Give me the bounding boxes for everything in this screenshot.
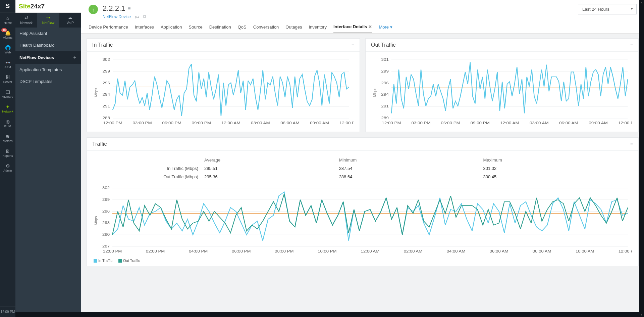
sidebar-tab-netflow[interactable]: ⇢NetFlow [37, 13, 59, 28]
content[interactable]: In Traffic ≡ Mbps 28829129429629930212:0… [81, 34, 644, 317]
svg-text:291: 291 [381, 104, 389, 108]
svg-text:12:00 PM: 12:00 PM [619, 250, 632, 253]
page-tabs: Device PerformanceInterfacesApplicationS… [89, 24, 637, 33]
sidebar-item-hdash[interactable]: Health Dashboard [15, 39, 81, 51]
server-icon: 🗄 [5, 75, 10, 80]
svg-text:09:00 AM: 09:00 AM [310, 121, 329, 125]
tab-ifaces[interactable]: Interfaces [135, 25, 154, 33]
svg-text:287: 287 [102, 244, 110, 248]
copy-icon[interactable]: ⧉ [143, 14, 146, 19]
svg-text:06:00 PM: 06:00 PM [162, 121, 181, 125]
legend-out: Out Traffic [123, 259, 140, 263]
tab-qos[interactable]: QoS [238, 25, 247, 33]
tag-icon[interactable]: 🏷 [135, 14, 139, 19]
rail-item-vmware[interactable]: ❏VMware [0, 87, 15, 101]
table-row: Out Traffic (Mbps)295.36288.64300.45 [94, 173, 632, 181]
rail-label: Web [5, 51, 11, 54]
add-icon[interactable]: ＋ [72, 54, 77, 60]
rail-label: RUM [4, 125, 11, 128]
rail-item-rum[interactable]: ◎RUM [0, 116, 15, 131]
chart-out-traffic: 28929129429629930112:00 PM03:00 PM06:00 … [372, 56, 632, 127]
svg-text:12:00 AM: 12:00 AM [221, 121, 240, 125]
sidebar-tab-network[interactable]: ⇄Network [15, 13, 37, 28]
brand-part2: 24x7 [31, 3, 45, 10]
scroll-up-arrow[interactable]: ▲ [640, 0, 643, 5]
svg-text:03:00 AM: 03:00 AM [530, 121, 549, 125]
sidebar-item-help[interactable]: Help Assistant [15, 28, 81, 39]
tab-ifdet[interactable]: Interface Details✕ [333, 24, 372, 33]
svg-text:09:00 PM: 09:00 PM [471, 121, 490, 125]
voip-icon: ☁ [68, 15, 72, 20]
svg-text:301: 301 [381, 58, 389, 62]
nav-rail: S ⌂Home18🔔Alarms🌐Web👓APM🗄Server❏VMware✦N… [0, 0, 15, 317]
brand: Site24x7 [15, 0, 81, 13]
rail-item-admin[interactable]: ⚙Admin [0, 161, 15, 175]
close-icon[interactable]: ✕ [368, 24, 372, 29]
svg-text:03:00 PM: 03:00 PM [132, 121, 152, 125]
svg-text:296: 296 [381, 81, 389, 85]
card-title: Out Traffic [371, 42, 396, 48]
y-axis-label: Mbps [373, 88, 377, 97]
card-out-traffic: Out Traffic ≡ Mbps 28929129429629930112:… [365, 38, 639, 132]
svg-text:299: 299 [102, 197, 110, 201]
rail-label: Server [3, 80, 12, 84]
svg-text:04:00 PM: 04:00 PM [189, 250, 208, 253]
card-in-traffic: In Traffic ≡ Mbps 28829129429629930212:0… [87, 38, 360, 132]
svg-text:10:00 AM: 10:00 AM [576, 250, 594, 253]
time-range-select[interactable]: Last 24 Hours [578, 4, 637, 14]
card-traffic: Traffic ≡ Average Minimum Maximum In Tra… [87, 137, 639, 266]
network-icon: ✦ [6, 104, 10, 109]
svg-text:12:00 PM: 12:00 PM [339, 121, 354, 125]
rail-label: Home [4, 21, 12, 25]
logo-mark: S [0, 0, 15, 13]
sidebar-item-apptmpl[interactable]: Application Templates [15, 64, 81, 76]
rail-item-server[interactable]: 🗄Server [0, 72, 15, 87]
card-menu-icon[interactable]: ≡ [630, 141, 633, 147]
svg-text:12:00 PM: 12:00 PM [103, 250, 122, 253]
y-axis-label: Mbps [94, 88, 98, 97]
tabs-more[interactable]: More▾ [379, 25, 392, 33]
rail-label: Alarms [3, 36, 12, 39]
tab-src[interactable]: Source [189, 25, 202, 33]
rail-item-reports[interactable]: 🗎Reports [0, 146, 15, 161]
svg-text:302: 302 [103, 58, 110, 62]
device-actions-menu[interactable]: ≡ [128, 6, 130, 11]
scroll-down-arrow[interactable]: ▼ [640, 312, 643, 317]
rail-item-web[interactable]: 🌐Web [0, 42, 15, 57]
rail-label: Network [2, 110, 13, 113]
topbar: ↑ 2.2.2.1 ≡ NetFlow Device 🏷 ⧉ Last 24 H… [81, 0, 644, 34]
tab-devperf[interactable]: Device Performance [89, 25, 128, 33]
tab-app[interactable]: Application [161, 25, 182, 33]
apm-icon: 👓 [5, 60, 11, 65]
rail-item-apm[interactable]: 👓APM [0, 57, 15, 72]
svg-text:291: 291 [103, 104, 110, 108]
sidebar-tab-voip[interactable]: ☁VoIP [59, 13, 81, 28]
sidebar-item-devices[interactable]: NetFlow Devices＋ [15, 51, 81, 64]
svg-text:04:00 AM: 04:00 AM [447, 250, 466, 253]
sidebar-item-dscp[interactable]: DSCP Templates [15, 76, 81, 87]
card-menu-icon[interactable]: ≡ [630, 42, 633, 48]
svg-text:06:00 AM: 06:00 AM [490, 250, 508, 253]
tab-dst[interactable]: Destination [209, 25, 231, 33]
tab-inv[interactable]: Inventory [309, 25, 327, 33]
tab-outages[interactable]: Outages [285, 25, 302, 33]
device-type-link[interactable]: NetFlow Device [103, 14, 131, 19]
card-menu-icon[interactable]: ≡ [352, 42, 354, 48]
clock: 12:09 PM [0, 306, 15, 317]
col-avg: Average [202, 156, 336, 164]
svg-text:12:00 PM: 12:00 PM [618, 121, 632, 125]
rail-item-alarms[interactable]: 18🔔Alarms [0, 28, 15, 42]
window-scrollbar-vertical[interactable]: ▲ ▼ [639, 0, 644, 317]
svg-text:08:00 AM: 08:00 AM [533, 250, 551, 253]
tab-conv[interactable]: Conversation [253, 25, 279, 33]
window-scrollbar-horizontal[interactable] [15, 312, 639, 317]
chart-in-traffic: 28829129429629930212:00 PM03:00 PM06:00 … [93, 56, 354, 127]
badge: 18 [1, 28, 7, 32]
sidebar-menu: Help AssistantHealth DashboardNetFlow De… [15, 28, 81, 317]
rail-item-network[interactable]: ✦Network [0, 101, 15, 116]
sidebar-category-tabs: ⇄Network⇢NetFlow☁VoIP [15, 13, 81, 28]
rail-label: VMware [2, 95, 13, 98]
rail-item-home[interactable]: ⌂Home [0, 13, 15, 28]
rail-item-metrics[interactable]: ≋Metrics [0, 131, 15, 146]
svg-text:02:00 AM: 02:00 AM [404, 250, 423, 253]
